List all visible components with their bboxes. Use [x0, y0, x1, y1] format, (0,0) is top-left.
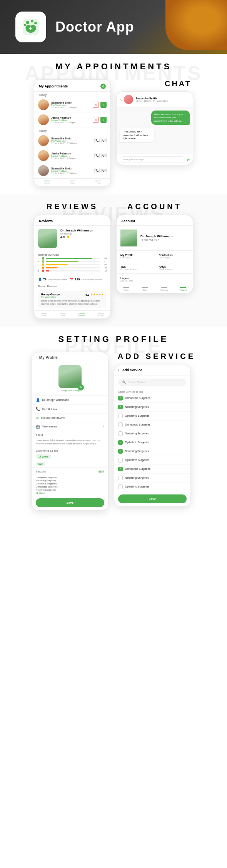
call-icon-p3[interactable]: 📞 — [94, 168, 100, 173]
nav-stats-a[interactable]: Stats — [136, 287, 155, 291]
service-search-placeholder[interactable]: Search Services... — [128, 381, 150, 384]
rating-bar-2 — [46, 267, 58, 268]
call-icon-p2[interactable]: 📞 — [94, 153, 100, 158]
phone-field-icon: 📞 — [36, 407, 40, 411]
account-menu-contact[interactable]: Contact us Get in touch — [155, 251, 193, 262]
service-name-1: Orthopedic Surgeries — [125, 397, 150, 399]
dropdown-arrow-icon: ▾ — [103, 425, 104, 428]
service-search-row: 🔍 Search Services... — [118, 379, 187, 386]
appt-info-p2: Jenila Peterson Itching Problem 12 June … — [51, 152, 92, 159]
appt-avatar-p2 — [38, 150, 49, 161]
appointments-chat-phones: My Appointments ⚙ Today Samantha Smith P… — [8, 79, 219, 187]
chat-message-received: Hello Doctor, Yes I remember, I will be … — [120, 128, 154, 142]
nav-chat[interactable]: Chat — [85, 181, 110, 184]
rating-row-2: 2 8 — [38, 266, 107, 269]
nav-appts-a[interactable]: Appts — [117, 287, 136, 291]
service-checkbox-2[interactable] — [118, 405, 123, 409]
appt-item-pending-2: Jenila Peterson Itching Problem 12 June … — [34, 148, 110, 163]
about-text: Lorem ipsum dolor sit amet, consectetur … — [32, 437, 108, 447]
reject-btn-1[interactable]: ✕ — [93, 102, 99, 108]
nav-account-r[interactable]: Account — [92, 313, 111, 317]
chat-message-list: Hello Samantha, I hope you remember abou… — [117, 107, 193, 154]
rating-row-1: 1 2 — [38, 270, 107, 272]
profile-service-section: PROFILE SETTING PROFILE ‹ My Profile ✎ C… — [0, 327, 227, 518]
services-edit-link[interactable]: EDIT — [98, 470, 104, 473]
appt-item-pending-3: Samantha Smith Itching Problem 12 June 2… — [34, 163, 110, 178]
nav-reviews-r[interactable]: Reviews — [72, 313, 92, 317]
menu-profile-title: My Profile — [120, 254, 151, 256]
nav-reviews-a[interactable]: Reviews — [155, 287, 174, 291]
send-icon[interactable]: ➤ — [187, 158, 190, 162]
call-icon-p1[interactable]: 📞 — [94, 138, 100, 143]
dog-decoration — [165, 0, 227, 50]
service-checkbox-5[interactable] — [118, 431, 123, 436]
rating-bar-1 — [46, 270, 49, 271]
service-item-3: Opthalmic Surgeries — [114, 412, 190, 421]
service-checkbox-11[interactable] — [118, 484, 123, 489]
service-checkbox-9[interactable] — [118, 467, 123, 471]
service-checkbox-6[interactable] — [118, 440, 123, 445]
account-menu-faqs[interactable]: FAQs Quick answers — [155, 262, 193, 273]
add-service-phone: ‹ Add Service 🔍 Search Services... Selec… — [114, 365, 191, 507]
account-menu-profile[interactable]: My Profile Edit profile — [117, 251, 155, 262]
service-checkbox-4[interactable] — [118, 422, 123, 427]
exp-row: 18 years — [32, 453, 108, 460]
rating-dot-5 — [42, 257, 44, 260]
logout-row[interactable]: Logout See you soon — [117, 274, 193, 285]
service-name-2: Neutering Surgeries — [125, 406, 149, 408]
profile-back-icon[interactable]: ‹ — [36, 355, 37, 359]
account-menu-tc[interactable]: T&C Company Policies — [117, 262, 155, 273]
service-checkbox-3[interactable] — [118, 414, 123, 418]
rating-row-4: 4 21 — [38, 260, 107, 263]
service-item-10: Neutering Surgeries — [114, 474, 190, 483]
reviews-title: REVIEWS — [34, 202, 111, 211]
rating-bar-bg-5 — [46, 258, 100, 259]
account-screen-title: Account — [121, 219, 135, 223]
nav-stats[interactable]: Stats — [60, 181, 85, 184]
chat-back-icon[interactable]: ‹ — [120, 97, 122, 102]
change-photo-btn[interactable]: Change Profile Image — [60, 389, 80, 392]
experience-badge: 18 years — [36, 454, 51, 459]
appt-avatar-1 — [38, 99, 49, 110]
field-email-val: drjoseph@mail.com — [41, 416, 104, 419]
reviewer-score: 5.0 — [85, 293, 89, 296]
service-item-7: Neutering Surgeries — [114, 447, 190, 456]
add-service-save-btn[interactable]: Save — [118, 494, 187, 503]
appt-settings-icon[interactable]: ⚙ — [100, 84, 106, 89]
chat-icon-p1[interactable]: 💬 — [101, 138, 107, 143]
logout-sub: See you soon — [120, 280, 189, 282]
nav-appts[interactable]: Appts — [34, 181, 60, 184]
recent-reviews-label: Recent Reviews — [34, 283, 110, 288]
more-services-link[interactable]: +5 more — [36, 491, 104, 494]
accept-btn-1[interactable]: ✓ — [100, 102, 107, 108]
nav-account-a[interactable]: Account — [174, 287, 193, 291]
profile-save-btn[interactable]: Save — [36, 498, 104, 507]
nav-appts-r[interactable]: Appts — [34, 313, 53, 317]
service-name-8: Opthalmic Surgeries — [125, 459, 149, 461]
rating-dot-3 — [42, 263, 44, 266]
reject-btn-2[interactable]: ✕ — [93, 117, 99, 123]
account-title: ACCOUNT — [116, 202, 193, 211]
service-checkbox-10[interactable] — [118, 476, 123, 480]
profile-avatar — [58, 365, 82, 388]
field-name-val: Dr. Joseph Williamson — [42, 399, 104, 401]
profile-phone: ‹ My Profile ✎ Change Profile Image 👤 Dr… — [32, 352, 108, 511]
about-label: About — [32, 431, 108, 437]
appt-time-p1: 12 June 2020 · 12:00 pm — [51, 142, 92, 144]
appointments-title: MY APPOINTMENTS — [8, 62, 219, 72]
edit-avatar-icon[interactable]: ✎ — [78, 384, 84, 390]
accept-btn-2[interactable]: ✓ — [100, 117, 107, 123]
chat-icon-p3[interactable]: 💬 — [101, 168, 107, 173]
nav-stats-r[interactable]: Stats — [53, 313, 73, 317]
service-checkbox-7[interactable] — [118, 449, 123, 454]
service-checkbox-1[interactable] — [118, 396, 123, 400]
chat-column: CHAT ‹ Samantha Smith 12 Jun · 12:6 pm ·… — [116, 79, 193, 187]
menu-faqs-sub: Quick answers — [159, 268, 189, 270]
chat-input[interactable]: Write your message — [120, 156, 185, 163]
rating-bar-bg-1 — [46, 270, 100, 271]
chat-icon-p2[interactable]: 💬 — [101, 153, 107, 158]
service-checkbox-8[interactable] — [118, 458, 123, 462]
service-name-10: Neutering Surgeries — [125, 476, 149, 479]
add-service-back-icon[interactable]: ‹ — [118, 368, 119, 372]
profile-avatar-container: ✎ — [58, 365, 82, 388]
